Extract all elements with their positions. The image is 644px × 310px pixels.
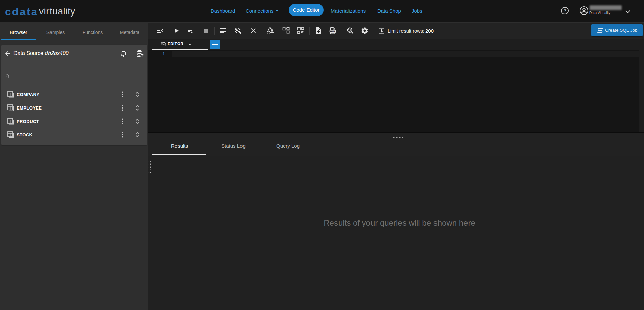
svg-text:?: ? <box>564 8 566 13</box>
svg-text:CSV: CSV <box>331 30 335 32</box>
